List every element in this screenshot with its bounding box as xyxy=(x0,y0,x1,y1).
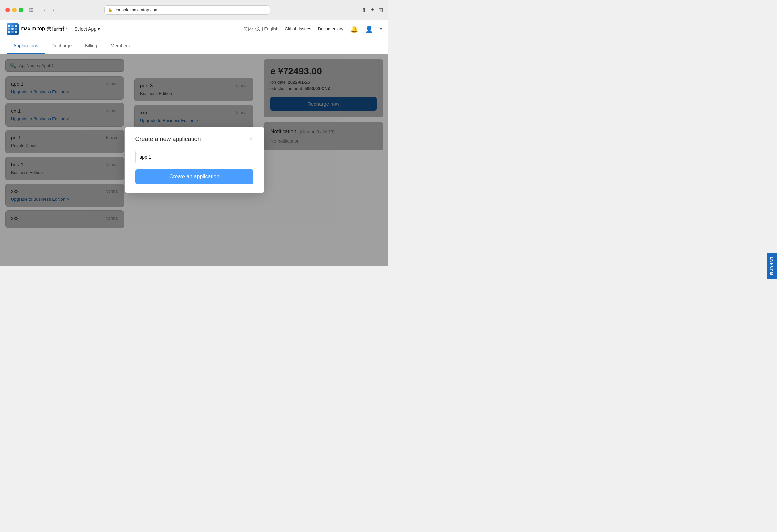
github-issues-link[interactable]: Github Issues xyxy=(285,26,311,31)
forward-button[interactable]: › xyxy=(50,6,56,14)
logo-dot xyxy=(11,31,14,33)
traffic-light-green[interactable] xyxy=(18,8,23,12)
select-app-button[interactable]: Select App ▾ xyxy=(74,26,100,32)
lang-en[interactable]: English xyxy=(264,26,279,31)
window-toggle-button[interactable]: ⊞ xyxy=(27,5,35,14)
logo-dot xyxy=(15,28,17,30)
back-button[interactable]: ‹ xyxy=(42,6,48,14)
modal-overlay: Create a new application × Create an app… xyxy=(0,54,388,266)
logo-text: maxim.top 美信拓扑 xyxy=(20,25,68,32)
app-header: maxim.top 美信拓扑 Select App ▾ 简体中文 | Engli… xyxy=(0,20,388,38)
logo-dot xyxy=(8,31,10,33)
logo-icon xyxy=(7,23,18,35)
traffic-light-red[interactable] xyxy=(5,8,10,12)
main-content: 🔍 app 1 Normal Upgrade to Business Editi… xyxy=(0,54,388,266)
traffic-lights xyxy=(5,8,23,12)
logo-dot xyxy=(8,28,10,30)
logo-dot xyxy=(15,31,17,33)
create-application-button[interactable]: Create an application xyxy=(135,169,253,184)
lang-cn[interactable]: 简体中文 xyxy=(243,26,261,31)
chevron-down-icon[interactable]: ▾ xyxy=(380,27,382,31)
modal-header: Create a new application × xyxy=(135,136,253,143)
language-switcher[interactable]: 简体中文 | English xyxy=(243,26,278,32)
app-name-input[interactable] xyxy=(135,151,253,163)
share-icon[interactable]: ⬆ xyxy=(362,6,367,14)
nav-tabs: Applications Recharge Billing Members xyxy=(0,38,388,54)
select-app-label: Select App xyxy=(74,26,96,32)
browser-actions: ⬆ + ⊞ xyxy=(362,6,383,14)
logo-dot xyxy=(11,25,14,27)
create-app-modal: Create a new application × Create an app… xyxy=(125,126,264,193)
modal-close-button[interactable]: × xyxy=(250,136,253,143)
logo-dot xyxy=(8,25,10,27)
logo: maxim.top 美信拓扑 xyxy=(7,23,68,35)
logo-dot xyxy=(15,25,17,27)
url-text: console.maximtop.com xyxy=(115,7,159,12)
user-avatar-icon[interactable]: 👤 xyxy=(365,25,373,33)
logo-dot xyxy=(11,28,14,30)
tab-applications[interactable]: Applications xyxy=(7,38,45,54)
tab-members[interactable]: Members xyxy=(104,38,136,54)
modal-title: Create a new application xyxy=(135,136,201,143)
browser-navigation: ‹ › xyxy=(42,6,56,14)
new-tab-icon[interactable]: + xyxy=(371,6,374,14)
lock-icon: 🔒 xyxy=(108,8,113,12)
header-right: 简体中文 | English Github Issues Documentary… xyxy=(243,25,382,33)
notification-bell-icon[interactable]: 🔔 xyxy=(350,25,358,33)
address-bar[interactable]: 🔒 console.maximtop.com xyxy=(104,5,270,15)
tab-billing[interactable]: Billing xyxy=(78,38,104,54)
grid-icon[interactable]: ⊞ xyxy=(378,6,383,14)
browser-chrome: ⊞ ‹ › 🔒 console.maximtop.com ⬆ + ⊞ xyxy=(0,0,388,20)
chevron-down-icon: ▾ xyxy=(98,26,100,32)
tab-recharge[interactable]: Recharge xyxy=(45,38,79,54)
documentary-link[interactable]: Documentary xyxy=(318,26,343,31)
traffic-light-yellow[interactable] xyxy=(12,8,17,12)
